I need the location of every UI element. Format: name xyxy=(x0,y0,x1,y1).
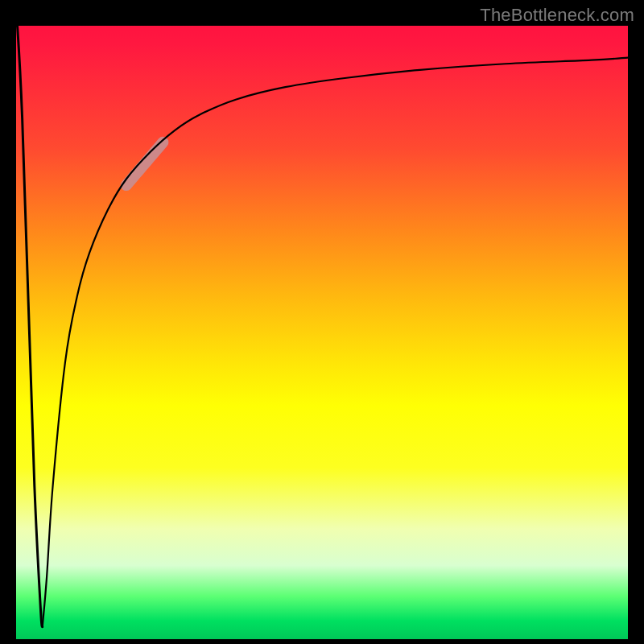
attribution-text: TheBottleneck.com xyxy=(480,5,634,26)
curve-layer xyxy=(16,26,628,639)
curve-drop xyxy=(16,26,43,627)
highlight-segment xyxy=(126,142,163,185)
chart-container: TheBottleneck.com xyxy=(0,0,644,644)
curve-rise xyxy=(43,58,628,627)
